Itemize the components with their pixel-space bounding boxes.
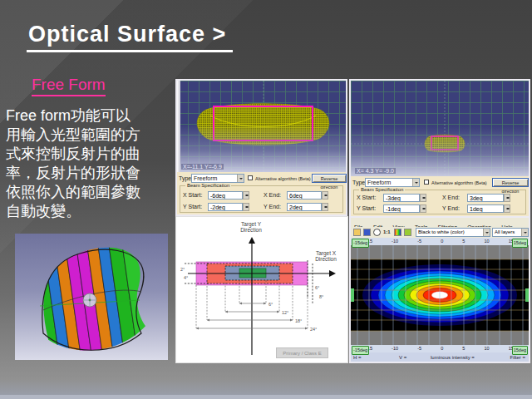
cad-surface-drawing [15, 234, 168, 360]
beam-form-right: Type: Freeform Alternative algorithm (Be… [349, 176, 530, 218]
x-end-stepper[interactable] [504, 194, 510, 202]
cad-surface-image [15, 234, 168, 360]
freeform-tag[interactable]: Free Form [32, 76, 106, 96]
chevron-down-icon[interactable] [412, 179, 419, 186]
tick: 10 [485, 238, 490, 245]
status-intensity: luminous intensity = [431, 355, 475, 360]
status-v: V = [399, 355, 406, 360]
ruler-bottom: -15deg -15 -10 -5 0 5 10 15 15deg [349, 345, 530, 352]
y-start-field[interactable] [383, 204, 420, 213]
x-start-field[interactable] [208, 191, 243, 200]
range-chip-max: 15deg [512, 239, 528, 248]
x-start-label: X Start: [183, 192, 202, 198]
status-bar: H = V = luminous intensity = Filter = [349, 352, 530, 363]
alt-algorithm-label: Alternative algorithm (Beta) [255, 176, 311, 181]
status-filter: Filter = [510, 355, 525, 360]
tick: 0 [441, 345, 443, 352]
chart-icon[interactable] [404, 229, 411, 236]
chevron-down-icon[interactable] [483, 229, 490, 236]
one-to-one-icon[interactable]: 1:1 [383, 229, 391, 234]
y-axis-label: Target Y Direction [224, 221, 278, 234]
cursor-coordinates: X= 4.3 Y= -9.0 [355, 168, 396, 174]
dim-6deg: 6° [268, 302, 273, 307]
x-start-stepper[interactable] [243, 191, 249, 200]
reverse-direction-button[interactable]: Reverse direction [492, 178, 529, 187]
beam-specification-label: Beam Specification [359, 187, 405, 192]
page-title: Optical Surface > [27, 22, 233, 52]
beam-specification-group: Beam Specification X Start: X End: Y Sta… [353, 190, 526, 214]
beam-specification-label: Beam Specification [185, 183, 231, 188]
search-icon[interactable] [373, 229, 381, 236]
range-chip-max: 15deg [512, 346, 528, 355]
type-value: Freeform [367, 180, 391, 185]
dim-24deg: 24° [310, 327, 317, 332]
chevron-down-icon[interactable] [521, 229, 528, 236]
x-end-label: X End: [442, 195, 460, 200]
dim-right-6deg: 6° [315, 285, 319, 290]
dim-12deg: 12° [282, 310, 288, 315]
dim-18deg: 18° [295, 318, 302, 323]
x-start-stepper[interactable] [420, 194, 426, 202]
simulation-viewport-left: X=-11.1 Y=-6.9 [175, 79, 347, 172]
target-diagram-drawing [176, 217, 347, 362]
type-select[interactable]: Freeform [365, 178, 420, 187]
x-end-stepper[interactable] [322, 191, 328, 200]
range-chip-min: -15deg [352, 239, 369, 248]
intensity-map-drawing [351, 245, 529, 345]
tick: -5 [417, 238, 421, 245]
mesh-surface-left [177, 81, 347, 172]
x-start-field[interactable] [383, 194, 420, 202]
y-end-label: Y End: [442, 205, 460, 211]
alt-algorithm-label: Alternative algorithm (Beta) [431, 180, 487, 185]
alt-algorithm-checkbox[interactable] [424, 180, 429, 185]
colormap-icon[interactable] [394, 229, 401, 236]
colormap-value: Black to white (color) [418, 229, 465, 234]
y-end-field[interactable] [287, 203, 322, 211]
dim-right-8deg: 8° [319, 294, 323, 299]
type-value: Freeform [194, 175, 217, 181]
compass-icon [83, 293, 96, 307]
ruler-top: -15deg -15 -10 -5 0 5 10 15 15deg [349, 238, 530, 245]
left-handle[interactable] [351, 288, 354, 302]
x-end-field[interactable] [467, 194, 504, 202]
target-diagram: Target Y Direction Target X Direction 6°… [175, 216, 348, 363]
x-start-label: X Start: [357, 195, 376, 200]
y-end-label: Y End: [264, 204, 281, 209]
x-end-label: X End: [264, 192, 281, 198]
y-start-field[interactable] [208, 203, 243, 211]
save-icon[interactable] [363, 229, 371, 236]
right-handle[interactable] [525, 288, 529, 302]
tick: 10 [485, 345, 490, 352]
y-end-stepper[interactable] [504, 204, 510, 213]
scrollbar[interactable] [177, 81, 180, 172]
x-end-field[interactable] [287, 191, 322, 200]
toolbar: 1:1 Black to white (color) All layers [349, 227, 530, 238]
beam-specification-group: Beam Specification X Start: X End: Y Sta… [180, 185, 343, 213]
y-start-label: Y Start: [357, 205, 376, 211]
beam-form-left: Type: Freeform Alternative algorithm (Be… [175, 172, 347, 216]
dim-left-2deg: 2° [180, 267, 185, 272]
layers-select[interactable]: All layers [492, 228, 529, 237]
type-select[interactable]: Freeform [191, 174, 244, 183]
mesh-surface-right [351, 81, 530, 176]
y-start-stepper[interactable] [420, 204, 426, 213]
x-axis-label: Target X Direction [306, 250, 346, 263]
y-end-stepper[interactable] [322, 203, 328, 211]
cursor-coordinates: X=-11.1 Y=-6.9 [181, 164, 224, 170]
tick: 5 [462, 345, 465, 352]
reverse-direction-button[interactable]: Reverse direction [312, 174, 347, 183]
tick: 0 [441, 238, 443, 245]
primary-class-label: Primary / Class E [283, 351, 321, 356]
tick: -10 [392, 238, 398, 245]
body-text: Free form功能可以 用輸入光型範圍的方 式來控制反射片的曲 率，反射片的… [6, 106, 177, 221]
y-start-stepper[interactable] [243, 203, 249, 211]
y-end-field[interactable] [467, 204, 504, 213]
alt-algorithm-checkbox[interactable] [248, 175, 253, 180]
primary-class-button[interactable]: Primary / Class E [276, 347, 328, 358]
layers-value: All layers [495, 229, 515, 234]
slide: Optical Surface > Free Form Free form功能可… [0, 0, 532, 399]
open-icon[interactable] [353, 229, 361, 236]
y-start-label: Y Start: [183, 204, 202, 209]
colormap-select[interactable]: Black to white (color) [416, 228, 490, 237]
chevron-down-icon[interactable] [237, 175, 244, 182]
